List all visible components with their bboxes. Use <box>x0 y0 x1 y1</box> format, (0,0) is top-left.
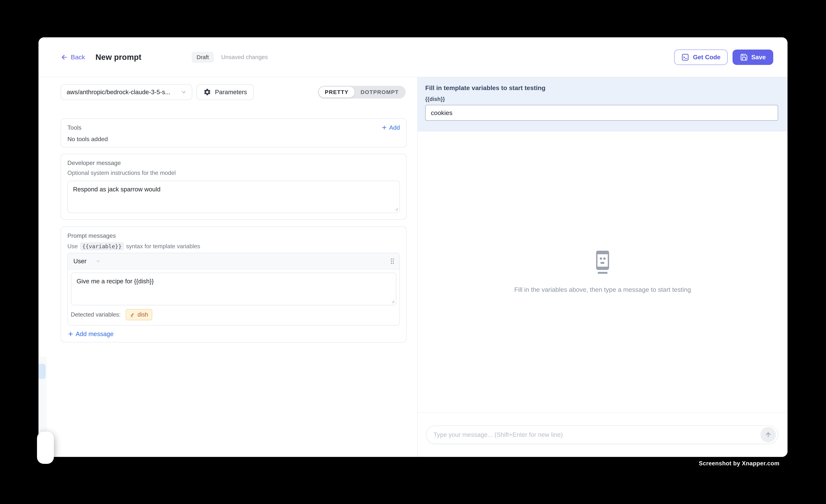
hint-prefix: Use <box>67 243 78 250</box>
empty-state: Fill in the variables above, then type a… <box>418 132 787 412</box>
message-footer: Detected variables: dish <box>68 305 400 325</box>
floating-box <box>37 432 54 464</box>
variable-field-input[interactable] <box>425 105 778 121</box>
tools-card: Tools Add No tools added <box>61 118 407 147</box>
back-label: Back <box>71 54 85 61</box>
page-title: New prompt <box>96 53 141 62</box>
prompt-messages-card: Prompt messages Use {{variable}} syntax … <box>61 227 407 342</box>
drag-handle-icon[interactable] <box>390 258 395 264</box>
add-message-button[interactable]: Add message <box>67 330 400 337</box>
save-icon <box>740 53 748 61</box>
developer-message-textarea[interactable]: Respond as jack sparrow would <box>67 181 400 213</box>
watermark: Screenshot by Xnapper.com <box>699 460 779 467</box>
message-role-value: User <box>73 258 86 265</box>
view-toggle: PRETTY DOTPROMPT <box>318 86 406 99</box>
message-role-select[interactable]: User <box>73 258 101 265</box>
parameters-button[interactable]: Parameters <box>196 84 254 100</box>
message-textarea[interactable]: Give me a recipe for {{dish}} <box>71 273 396 305</box>
model-selector-value: aws/anthropic/bedrock-claude-3-5-s... <box>67 88 170 96</box>
message-role-header: User <box>68 253 400 269</box>
developer-message-subtitle: Optional system instructions for the mod… <box>67 170 400 177</box>
tools-empty-text: No tools added <box>67 136 400 143</box>
resize-handle-icon[interactable] <box>394 206 398 211</box>
arrow-up-icon <box>765 431 772 438</box>
add-message-label: Add message <box>76 330 114 337</box>
toggle-option-dotprompt[interactable]: DOTPROMPT <box>355 87 405 98</box>
back-link[interactable]: Back <box>61 54 85 61</box>
chevron-down-icon <box>95 258 101 264</box>
variable-syntax-chip: {{variable}} <box>80 242 124 251</box>
test-panel: Fill in template variables to start test… <box>417 77 787 457</box>
app-card: Back New prompt Draft Unsaved changes Ge… <box>39 37 787 457</box>
variable-field-label: {{dish}} <box>425 96 778 102</box>
chat-input[interactable] <box>433 431 761 438</box>
save-button[interactable]: Save <box>732 50 773 65</box>
send-button[interactable] <box>761 427 776 442</box>
status-badge: Draft <box>192 52 214 63</box>
parameters-label: Parameters <box>215 88 247 96</box>
pencil-icon <box>130 312 135 317</box>
developer-message-textarea-wrap: Respond as jack sparrow would <box>67 181 400 213</box>
hint-suffix: syntax for template variables <box>126 243 200 250</box>
chat-input-bar <box>426 426 778 444</box>
get-code-label: Get Code <box>693 54 720 61</box>
message-block: User Give me a recipe for {{dish}} <box>67 253 400 325</box>
editor-panel: aws/anthropic/bedrock-claude-3-5-s... Pa… <box>39 77 417 457</box>
toggle-option-pretty[interactable]: PRETTY <box>319 87 354 98</box>
model-selector[interactable]: aws/anthropic/bedrock-claude-3-5-s... <box>61 84 192 100</box>
detected-variables-label: Detected variables: <box>71 311 121 318</box>
template-hint: Use {{variable}} syntax for template var… <box>67 242 400 251</box>
variable-chip-label: dish <box>137 311 148 318</box>
app-header: Back New prompt Draft Unsaved changes Ge… <box>39 37 787 77</box>
developer-message-card: Developer message Optional system instru… <box>61 154 407 219</box>
terminal-icon <box>681 53 689 61</box>
chat-input-row <box>418 413 787 457</box>
resize-handle-icon[interactable] <box>390 299 395 303</box>
edge-blue-tab <box>39 364 46 379</box>
arrow-left-icon <box>61 54 68 61</box>
message-body: Give me a recipe for {{dish}} <box>68 269 400 305</box>
developer-message-title: Developer message <box>67 159 400 167</box>
unsaved-changes-note: Unsaved changes <box>221 54 268 61</box>
add-tool-button[interactable]: Add <box>381 124 400 131</box>
save-label: Save <box>751 54 766 61</box>
variable-chip[interactable]: dish <box>126 309 152 320</box>
tools-title: Tools <box>67 124 81 131</box>
chevron-down-icon <box>181 89 187 95</box>
prompt-messages-title: Prompt messages <box>67 232 400 239</box>
stage: Back New prompt Draft Unsaved changes Ge… <box>0 0 826 504</box>
tools-header: Tools Add <box>67 124 400 131</box>
model-row: aws/anthropic/bedrock-claude-3-5-s... Pa… <box>61 84 416 100</box>
plus-icon <box>67 331 74 337</box>
variables-panel: Fill in template variables to start test… <box>418 77 787 132</box>
gear-icon <box>203 88 211 96</box>
robot-icon <box>594 251 611 274</box>
variables-panel-title: Fill in template variables to start test… <box>425 84 778 91</box>
add-tool-label: Add <box>389 124 400 131</box>
get-code-button[interactable]: Get Code <box>674 50 728 65</box>
plus-icon <box>381 125 387 131</box>
empty-state-message: Fill in the variables above, then type a… <box>514 286 691 293</box>
